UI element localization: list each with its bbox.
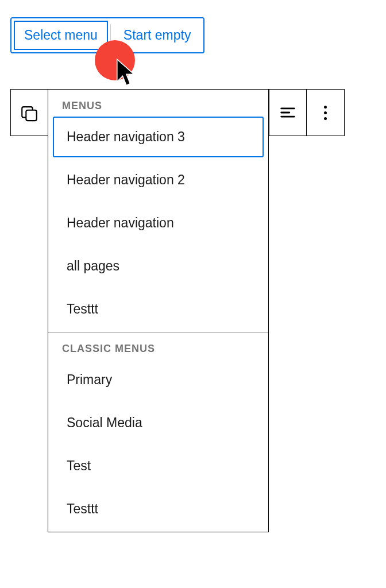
menu-dropdown: MENUS Header navigation 3 Header navigat… <box>48 89 269 532</box>
svg-rect-1 <box>26 110 36 121</box>
align-button[interactable] <box>269 90 307 136</box>
navigation-block-icon <box>20 103 39 122</box>
menus-section: MENUS Header navigation 3 Header navigat… <box>48 90 268 330</box>
menus-section-header: MENUS <box>48 90 268 114</box>
more-icon <box>324 106 327 120</box>
classic-menus-section: CLASSIC MENUS Primary Social Media Test … <box>48 332 268 529</box>
menu-item-social-media[interactable]: Social Media <box>53 403 264 443</box>
menu-item-testtt-classic[interactable]: Testtt <box>53 489 264 529</box>
cursor-icon <box>115 57 138 87</box>
select-menu-button[interactable]: Select menu <box>11 18 110 52</box>
align-icon <box>278 103 298 122</box>
more-options-button[interactable] <box>307 90 344 136</box>
menu-item-testtt[interactable]: Testtt <box>53 289 264 330</box>
classic-menus-section-header: CLASSIC MENUS <box>48 332 268 357</box>
menu-item-primary[interactable]: Primary <box>53 359 264 400</box>
menu-item-all-pages[interactable]: all pages <box>53 246 264 287</box>
menu-item-header-navigation-2[interactable]: Header navigation 2 <box>53 160 264 200</box>
menu-item-test[interactable]: Test <box>53 446 264 486</box>
menu-item-header-navigation-3[interactable]: Header navigation 3 <box>53 117 264 157</box>
block-type-button[interactable] <box>11 90 48 136</box>
menu-item-header-navigation[interactable]: Header navigation <box>53 203 264 243</box>
